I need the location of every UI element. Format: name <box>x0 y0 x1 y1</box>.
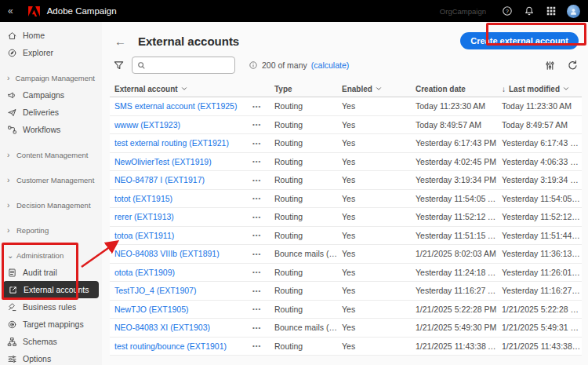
more-actions-button[interactable]: ••• <box>252 268 270 276</box>
cell-creation-date: 1/21/2025 5:22:28 PM <box>411 305 497 314</box>
account-name-link[interactable]: NEO-84787 I (EXT1917) <box>110 175 252 184</box>
calculate-link[interactable]: (calculate) <box>311 60 349 70</box>
account-name-link[interactable]: TestTJO_4 (EXT1907) <box>110 286 252 295</box>
chevron-down-icon <box>376 85 382 93</box>
sidebar-item-options[interactable]: Options <box>0 350 102 365</box>
table-row[interactable]: test external routing (EXT1921)•••Routin… <box>110 134 582 153</box>
more-actions-button[interactable]: ••• <box>252 177 270 184</box>
more-actions-button[interactable]: ••• <box>252 324 270 331</box>
sidebar-item-target-mappings[interactable]: Target mappings <box>0 316 102 333</box>
column-header-type[interactable]: Type <box>270 85 337 93</box>
table-row[interactable]: SMS external account (EXT1925)•••Routing… <box>110 97 582 116</box>
refresh-icon[interactable] <box>567 60 579 71</box>
more-actions-button[interactable]: ••• <box>252 305 270 312</box>
cell-creation-date: Yesterday 3:19:34 PM <box>411 175 497 184</box>
sidebar-section-reporting[interactable]: ›Reporting <box>0 221 102 239</box>
cell-enabled: Yes <box>337 305 411 314</box>
svg-text:?: ? <box>506 9 509 14</box>
table-row[interactable]: NEO-84787 I (EXT1917)•••RoutingYesYester… <box>110 171 582 190</box>
table-row[interactable]: NewTJO (EXT1905)•••RoutingYes1/21/2025 5… <box>110 301 582 319</box>
cell-last-modified: Yesterday 4:06:33 PM <box>497 157 582 166</box>
cell-type: Bounce mails (PO... <box>270 249 337 258</box>
cell-type: Routing <box>270 157 337 166</box>
user-avatar[interactable] <box>567 5 580 18</box>
table-row[interactable]: otota (EXT1909)•••RoutingYesYesterday 11… <box>110 264 582 283</box>
sidebar-section-content-management[interactable]: ›Content Management <box>0 146 102 163</box>
cell-type: Routing <box>270 194 337 203</box>
sidebar-section-customer-management[interactable]: ›Customer Management <box>0 171 102 188</box>
help-icon[interactable]: ? <box>501 5 513 17</box>
table-body: SMS external account (EXT1925)•••Routing… <box>110 97 582 356</box>
column-header-creation-date[interactable]: Creation date <box>411 85 497 93</box>
more-actions-button[interactable]: ••• <box>252 287 270 294</box>
notifications-bell-icon[interactable] <box>523 5 535 17</box>
table-row[interactable]: TestTJO_4 (EXT1907)•••RoutingYesYesterda… <box>110 282 582 301</box>
table-row[interactable]: test routing/bounce (EXT1901)•••RoutingY… <box>110 338 582 356</box>
sidebar-section-campaign-management[interactable]: ›Campaign Management <box>0 69 102 86</box>
workflows-icon <box>7 125 17 135</box>
more-actions-button[interactable]: ••• <box>252 140 270 147</box>
column-header-external-account[interactable]: External account <box>110 85 252 93</box>
topbar-right: OrgCampaign ? <box>440 5 580 18</box>
sidebar-item-business-rules[interactable]: Business rules <box>0 298 102 316</box>
cell-creation-date: Yesterday 11:52:12 AM <box>411 212 497 221</box>
account-name-link[interactable]: NEO-84083 VIIIb (EXT1891) <box>110 249 252 258</box>
account-name-link[interactable]: otota (EXT1909) <box>110 268 252 277</box>
sidebar-section-decision-management[interactable]: ›Decision Management <box>0 196 102 214</box>
column-header-label: Enabled <box>342 85 372 93</box>
column-header-label: External account <box>114 85 178 93</box>
column-settings-icon[interactable] <box>544 60 556 71</box>
more-actions-button[interactable]: ••• <box>252 121 270 128</box>
table-row[interactable]: totot (EXT1915)•••RoutingYesYesterday 11… <box>110 190 582 209</box>
account-name-link[interactable]: NewTJO (EXT1905) <box>110 305 252 314</box>
more-actions-button[interactable]: ••• <box>252 195 270 202</box>
more-actions-button[interactable]: ••• <box>252 250 270 257</box>
table-row[interactable]: NewOlivierTest (EXT1919)•••RoutingYesYes… <box>110 153 582 172</box>
account-name-link[interactable]: totoa (EXT1911) <box>110 231 252 240</box>
cell-enabled: Yes <box>337 212 411 221</box>
rules-icon <box>7 302 17 312</box>
more-actions-button[interactable]: ••• <box>252 232 270 239</box>
collapse-sidebar-icon[interactable]: « <box>8 5 13 16</box>
search-input[interactable] <box>150 60 230 70</box>
table-row[interactable]: wwww (EXT1923)•••RoutingYesToday 8:49:57… <box>110 116 582 135</box>
sidebar-item-deliveries[interactable]: Deliveries <box>0 104 102 121</box>
table-row[interactable]: NEO-84083 XI (EXT1903)•••Bounce mails (P… <box>110 319 582 338</box>
sidebar-item-external-accounts[interactable]: External accounts <box>3 281 99 298</box>
sidebar-item-workflows[interactable]: Workflows <box>0 121 102 138</box>
more-actions-button[interactable]: ••• <box>252 342 270 349</box>
account-name-link[interactable]: test routing/bounce (EXT1901) <box>110 341 252 351</box>
table-row[interactable]: rerer (EXT1913)•••RoutingYesYesterday 11… <box>110 208 582 227</box>
account-name-link[interactable]: rerer (EXT1913) <box>110 212 252 221</box>
account-name-link[interactable]: wwww (EXT1923) <box>110 120 252 130</box>
account-name-link[interactable]: SMS external account (EXT1925) <box>110 101 252 111</box>
cell-last-modified: Yesterday 11:16:27 AM <box>497 286 582 295</box>
account-name-link[interactable]: test external routing (EXT1921) <box>110 138 252 148</box>
sidebar-item-audit-trail[interactable]: Audit trail <box>0 264 102 281</box>
account-name-link[interactable]: NEO-84083 XI (EXT1903) <box>110 323 252 332</box>
app-switcher-grid-icon[interactable] <box>545 5 557 17</box>
sidebar-section-administration[interactable]: ⌄Administration <box>0 246 102 264</box>
sidebar-item-campaigns[interactable]: Campaigns <box>0 86 102 104</box>
more-actions-button[interactable]: ••• <box>252 214 270 221</box>
sidebar-item-label: Options <box>23 354 51 363</box>
account-name-link[interactable]: totot (EXT1915) <box>110 194 252 203</box>
column-header-last-modified[interactable]: ↓Last modified <box>497 85 582 93</box>
sidebar-item-explorer[interactable]: Explorer <box>0 44 102 61</box>
search-box[interactable] <box>132 57 235 74</box>
more-actions-button[interactable]: ••• <box>252 103 270 110</box>
options-icon <box>7 354 17 364</box>
sidebar-item-home[interactable]: Home <box>0 27 102 44</box>
toolbar-right-icons <box>544 60 579 71</box>
column-header-enabled[interactable]: Enabled <box>337 85 411 93</box>
back-arrow-icon[interactable]: ← <box>114 35 126 48</box>
chevron-right-icon: › <box>7 176 13 184</box>
table-row[interactable]: NEO-84083 VIIIb (EXT1891)•••Bounce mails… <box>110 245 582 264</box>
sidebar-item-schemas[interactable]: Schemas <box>0 333 102 350</box>
sidebar-item-label: Target mappings <box>23 319 84 329</box>
table-row[interactable]: totoa (EXT1911)•••RoutingYesYesterday 11… <box>110 227 582 246</box>
create-external-account-button[interactable]: Create external account <box>460 32 579 49</box>
filter-funnel-icon[interactable] <box>113 60 125 71</box>
more-actions-button[interactable]: ••• <box>252 158 270 165</box>
account-name-link[interactable]: NewOlivierTest (EXT1919) <box>110 157 252 166</box>
